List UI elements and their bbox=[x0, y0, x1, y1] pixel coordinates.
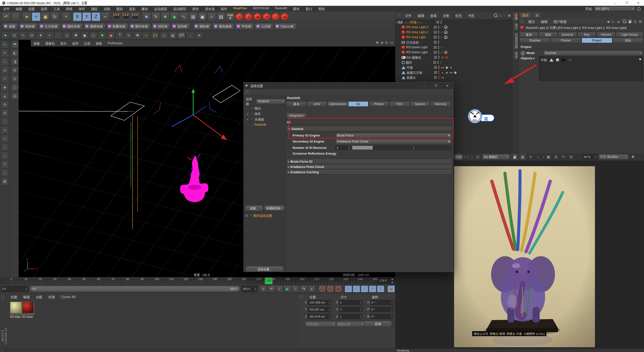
prev-frame-button[interactable]: ‹ bbox=[276, 285, 283, 292]
modeling-icon-14[interactable]: ∿ bbox=[125, 31, 133, 39]
layer-toggle[interactable] bbox=[433, 51, 437, 54]
object-name[interactable]: RS Dome Light bbox=[406, 46, 433, 49]
lock-y-icon[interactable]: Y bbox=[82, 12, 91, 21]
toggle-ellipse-icon[interactable] bbox=[562, 59, 566, 61]
coord-system-icon[interactable]: ⌐ bbox=[101, 12, 110, 21]
attr-back-icon[interactable]: ◀ bbox=[607, 20, 609, 23]
render-camera-dropdown[interactable]: RS 摄像机▾ bbox=[482, 154, 510, 160]
copy-icon[interactable]: ⧉ bbox=[568, 154, 574, 160]
coord-field-位置-Z[interactable]: -301.874 cm▴▾ bbox=[308, 314, 331, 319]
menu-item-12[interactable]: 运动跟踪 bbox=[151, 6, 170, 11]
om-side-tab-1[interactable]: 场次 bbox=[512, 22, 518, 31]
attr-forward-icon[interactable]: ▶ bbox=[612, 20, 614, 23]
modeling-icon-9[interactable]: ◆ bbox=[80, 31, 89, 39]
tree-label[interactable]: 保存 bbox=[255, 111, 261, 116]
move-icon[interactable]: + bbox=[32, 12, 41, 21]
modeling-icon-4[interactable]: ✦ bbox=[36, 31, 45, 39]
coord-field-尺寸-Y[interactable]: 1▴▾ bbox=[339, 307, 362, 312]
attr-btab-Light Group[interactable]: Light Group bbox=[616, 32, 643, 37]
target-tag-icon[interactable]: ◎ bbox=[444, 30, 448, 34]
object-row-7[interactable]: RS 摄像机⊘ bbox=[395, 55, 518, 60]
object-name[interactable]: RS Dome Light bbox=[406, 51, 433, 54]
target-tag-icon[interactable]: ◎ bbox=[444, 25, 448, 29]
next-key-button[interactable]: ↷ bbox=[300, 285, 307, 292]
collapsed-group-2[interactable]: ▸Irradiance Caching bbox=[287, 170, 452, 174]
menu-item-11[interactable]: 雕刻 bbox=[138, 6, 151, 11]
object-name[interactable]: 灯光目标 bbox=[406, 40, 433, 45]
left-tool2-1[interactable]: ◧ bbox=[11, 49, 19, 57]
menu-item-20[interactable]: 脚本 bbox=[290, 6, 303, 11]
viewport-menu-6[interactable]: ProRender bbox=[105, 41, 126, 45]
coord-system-dropdown[interactable]: 世界坐标▾ bbox=[305, 321, 336, 327]
coord-field-位置-Y[interactable]: 723.397 cm▴▾ bbox=[308, 307, 331, 312]
floor-icon[interactable]: ▦ bbox=[189, 12, 197, 21]
object-row-5[interactable]: RS Dome Light✓ bbox=[395, 45, 518, 50]
left-tool-10[interactable]: ≡ bbox=[1, 126, 9, 134]
left-tool-11[interactable]: ◇ bbox=[1, 135, 9, 143]
layer-toggle[interactable] bbox=[434, 66, 437, 69]
undo-icon[interactable]: ↶ bbox=[2, 12, 11, 21]
layer-toggle[interactable] bbox=[434, 71, 437, 74]
redo-icon[interactable]: ↷ bbox=[11, 12, 20, 21]
tree-label[interactable]: 多通道 bbox=[255, 117, 264, 122]
object-name[interactable]: 平面 bbox=[407, 65, 434, 70]
left-tool2-3[interactable]: ⊞ bbox=[11, 66, 19, 74]
field-button-8[interactable]: 径向域 bbox=[171, 23, 190, 30]
modeling-icon-12[interactable]: ◈ bbox=[107, 31, 115, 39]
attr-btab-基本[interactable]: 基本 bbox=[519, 32, 538, 37]
object-name[interactable]: RS Area Light.2 bbox=[406, 30, 433, 34]
visibility-dots[interactable] bbox=[438, 26, 439, 29]
object-name[interactable]: 骷髅头 bbox=[407, 75, 434, 80]
visibility-dots[interactable] bbox=[438, 41, 439, 44]
attr-lock-icon[interactable] bbox=[629, 21, 631, 23]
object-picker-icon[interactable]: ➤ bbox=[639, 57, 642, 61]
dialog-tab-Memory[interactable]: Memory bbox=[431, 101, 451, 107]
field-button-3[interactable]: 圆柱体域 bbox=[61, 23, 83, 30]
menu-item-3[interactable]: 选择 bbox=[38, 6, 50, 11]
left-tool2-6[interactable]: ▤ bbox=[11, 92, 19, 100]
menu-item-10[interactable]: 渲染 bbox=[126, 6, 138, 11]
dialog-grip[interactable] bbox=[245, 90, 249, 94]
enabled-check[interactable]: ✓ bbox=[440, 35, 443, 39]
dialog-tab-Photon[interactable]: Photon bbox=[369, 101, 389, 107]
modeling-icon-21[interactable]: ↓ bbox=[186, 31, 194, 39]
left-tool-5[interactable]: ◆ bbox=[1, 83, 9, 91]
realflow-icon-2[interactable]: ◆ bbox=[254, 13, 261, 21]
left-tool2-0[interactable]: ⬒ bbox=[11, 40, 19, 49]
dots-tag-icon[interactable]: ●● bbox=[441, 66, 444, 69]
object-row-2[interactable]: RS Area Light.2✓◎ bbox=[395, 30, 518, 35]
left-tool2-5[interactable]: ◫ bbox=[11, 83, 19, 91]
field-button-1[interactable]: 球体域 bbox=[19, 23, 37, 30]
realflow-icon-1[interactable]: ▲ bbox=[245, 13, 252, 21]
my-render-setting-item[interactable]: ⊙└ 我的渲染设置 bbox=[245, 213, 272, 218]
uvw-tag-icon[interactable]: ▦ bbox=[454, 71, 457, 74]
enabled-check[interactable]: ✓ bbox=[440, 51, 443, 54]
lock-z-icon[interactable]: Z bbox=[92, 12, 100, 21]
left-tool-15[interactable]: ⌂ bbox=[1, 169, 9, 177]
tree-label[interactable]: Redshift bbox=[255, 123, 266, 126]
dialog-tree-Redshift[interactable]: ─Redshift bbox=[246, 122, 266, 127]
om-side-tab-0[interactable]: 对象 bbox=[512, 12, 518, 21]
materials-menu-3[interactable]: 纹理 bbox=[45, 294, 58, 299]
protection-tag-icon[interactable]: ⊘ bbox=[441, 56, 444, 59]
search-icon[interactable] bbox=[637, 7, 640, 11]
attr-tab-1[interactable]: 层 bbox=[532, 12, 542, 18]
keyframe-selection-button[interactable]: ? bbox=[335, 285, 342, 292]
compositing-tag-icon[interactable]: ⇄ bbox=[444, 51, 448, 54]
dialog-tree-保存[interactable]: ✓─保存 bbox=[246, 111, 261, 116]
light-icon[interactable]: ○ bbox=[207, 12, 216, 21]
target-tag-icon[interactable]: ◎ bbox=[444, 35, 448, 39]
object-row-3[interactable]: RS Area Light✓◎ bbox=[395, 35, 518, 40]
scale-mode-dropdown[interactable]: 缩放比例▾ bbox=[336, 321, 365, 327]
menu-item-0[interactable]: 文件 bbox=[0, 6, 13, 11]
xref-icon[interactable]: ▤ bbox=[217, 12, 225, 21]
render-view-icon[interactable] bbox=[112, 12, 121, 21]
viewport-menu-2[interactable]: 显示 bbox=[58, 41, 69, 46]
om-add-panel-icon[interactable]: ⊞ bbox=[508, 14, 511, 17]
object-name[interactable]: RS Area Light.3 bbox=[406, 25, 433, 29]
playhead[interactable]: 175 bbox=[265, 278, 272, 284]
compare-ab-icon[interactable]: ▣ bbox=[545, 154, 551, 160]
rotate-icon[interactable]: ↻ bbox=[50, 12, 59, 21]
realflow-icon-5[interactable]: ◉ bbox=[281, 13, 289, 21]
object-name[interactable]: 碰撞立方体 bbox=[407, 70, 434, 75]
